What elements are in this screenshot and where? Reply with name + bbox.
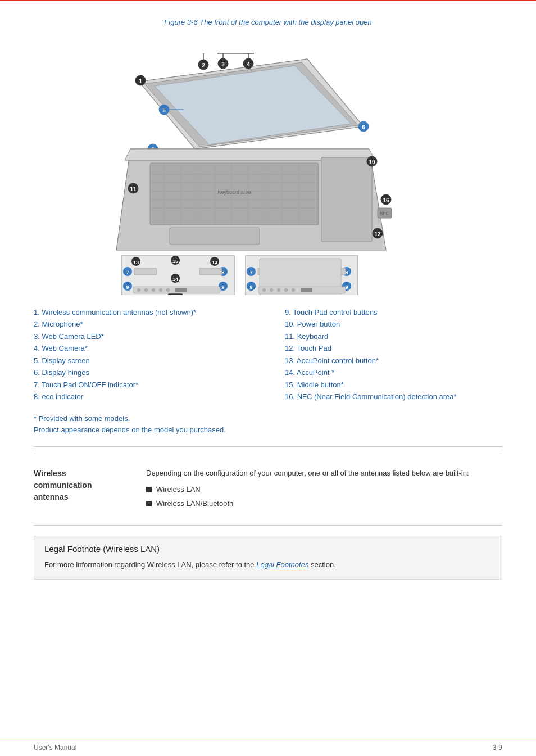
legend-right-col: 9. Touch Pad control buttons 10. Power b… — [285, 306, 502, 403]
legend-section: 1. Wireless communication antennas (not … — [34, 306, 502, 403]
legend-item-7: 7. Touch Pad ON/OFF indicator* — [34, 379, 251, 391]
wireless-item-2-text: Wireless LAN/Bluetooth — [156, 498, 233, 510]
svg-rect-79 — [175, 288, 187, 292]
legal-text: For more information regarding Wireless … — [44, 559, 492, 571]
legal-text-after: section. — [308, 560, 335, 569]
svg-text:9: 9 — [221, 284, 224, 290]
svg-rect-52 — [170, 228, 260, 245]
svg-rect-102 — [301, 288, 312, 292]
legend-left-col: 1. Wireless communication antennas (not … — [34, 306, 251, 403]
legend-item-12: 12. Touch Pad — [285, 342, 502, 354]
svg-point-97 — [262, 288, 266, 292]
footnote-1: * Provided with some models. — [34, 413, 502, 425]
legend-item-14: 14. AccuPoint * — [285, 366, 502, 378]
svg-point-101 — [292, 288, 295, 292]
wireless-key: Wireless communication antennas — [34, 468, 146, 503]
legend-item-8: 8. eco indicator — [34, 391, 251, 402]
svg-rect-68 — [199, 268, 222, 275]
legend-item-15: 15. Middle button* — [285, 379, 502, 391]
legend-item-5: 5. Display screen — [34, 355, 251, 366]
laptop-diagram: 1 3 4 2 5 6 — [34, 37, 502, 295]
bullet-icon-1 — [146, 487, 152, 492]
svg-point-100 — [284, 288, 288, 292]
legend-item-9: 9. Touch Pad control buttons — [285, 306, 502, 318]
svg-text:1: 1 — [139, 78, 142, 84]
svg-text:12: 12 — [374, 231, 381, 237]
svg-text:3: 3 — [221, 61, 225, 67]
svg-text:14: 14 — [172, 277, 178, 282]
bullet-icon-2 — [146, 501, 152, 506]
svg-text:NFC: NFC — [380, 211, 388, 215]
wireless-table-row: Wireless communication antennas Dependin… — [34, 462, 502, 517]
legal-footnotes-link[interactable]: Legal Footnotes — [256, 560, 308, 569]
legend-item-11: 11. Keyboard — [285, 331, 502, 342]
footer-right: 3-9 — [493, 744, 502, 752]
svg-text:7: 7 — [249, 270, 252, 275]
laptop-base-group: Keyboard area 10 16 NFC 12 11 — [116, 149, 392, 295]
svg-text:16: 16 — [383, 197, 389, 203]
wireless-key-line1: Wireless — [34, 469, 66, 478]
wireless-key-line2: communication — [34, 481, 92, 490]
legal-text-before: For more information regarding Wireless … — [44, 560, 256, 569]
legend-item-2: 2. Microphone* — [34, 318, 251, 330]
legal-section: Legal Footnote (Wireless LAN) For more i… — [34, 536, 502, 580]
footnote-section: * Provided with some models. Product app… — [34, 413, 502, 437]
legend-item-16: 16. NFC (Near Field Communication) detec… — [285, 391, 502, 402]
wireless-desc: Depending on the configuration of your c… — [146, 469, 469, 477]
laptop-screen-group: 1 3 4 2 5 6 — [135, 53, 369, 154]
footer-left: User's Manual — [34, 744, 76, 752]
svg-text:10: 10 — [369, 159, 375, 165]
svg-text:9: 9 — [126, 284, 129, 290]
footnote-2: Product appearance depends on the model … — [34, 424, 502, 436]
wireless-key-line3: antennas — [34, 492, 68, 501]
wireless-item-1: Wireless LAN — [146, 484, 502, 496]
svg-text:5: 5 — [162, 107, 166, 114]
svg-text:13: 13 — [212, 260, 217, 265]
legend-item-3: 3. Web Camera LED* — [34, 331, 251, 342]
wireless-items-list: Wireless LAN Wireless LAN/Bluetooth — [146, 484, 502, 510]
legend-item-1: 1. Wireless communication antennas (not … — [34, 306, 251, 318]
legend-item-6: 6. Display hinges — [34, 366, 251, 378]
wireless-item-2: Wireless LAN/Bluetooth — [146, 498, 502, 510]
wireless-item-1-text: Wireless LAN — [156, 484, 201, 496]
svg-point-74 — [137, 288, 140, 292]
svg-rect-41 — [321, 157, 372, 242]
svg-point-78 — [166, 288, 170, 292]
legal-title: Legal Footnote (Wireless LAN) — [44, 544, 492, 554]
svg-text:Keyboard area: Keyboard area — [217, 189, 251, 195]
svg-text:7: 7 — [126, 270, 129, 275]
svg-text:2: 2 — [202, 62, 205, 69]
wireless-value: Depending on the configuration of your c… — [146, 468, 502, 511]
svg-text:11: 11 — [130, 186, 137, 192]
legend-item-10: 10. Power button — [285, 318, 502, 330]
svg-rect-65 — [134, 268, 157, 275]
svg-point-99 — [277, 288, 280, 292]
legend-item-13: 13. AccuPoint control button* — [285, 355, 502, 366]
legend-item-4: 4. Web Camera* — [34, 342, 251, 354]
figure-caption: Figure 3-6 The front of the computer wit… — [34, 18, 502, 26]
svg-text:6: 6 — [362, 124, 365, 130]
svg-text:13: 13 — [133, 260, 139, 265]
svg-point-75 — [144, 288, 148, 292]
wireless-table-section: Wireless communication antennas Dependin… — [34, 454, 502, 526]
svg-text:9: 9 — [249, 284, 252, 290]
svg-point-76 — [152, 288, 155, 292]
svg-point-98 — [270, 288, 273, 292]
svg-point-77 — [159, 288, 162, 292]
page-footer: User's Manual 3-9 — [0, 739, 536, 756]
svg-text:4: 4 — [247, 61, 250, 67]
svg-text:15: 15 — [172, 259, 178, 264]
